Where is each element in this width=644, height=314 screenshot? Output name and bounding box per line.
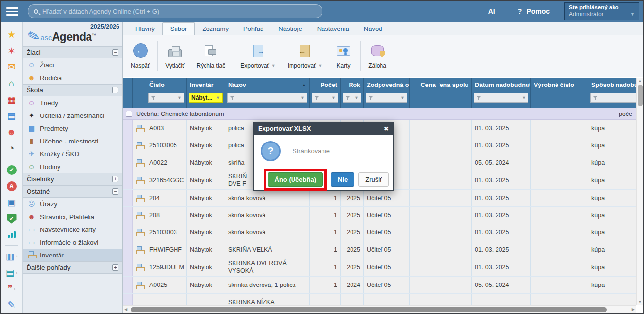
table-row[interactable]: 1259JDUEMNábytokSKRINKA DVEROVÁ VYSOKÁ12… (123, 258, 636, 277)
school-house-icon[interactable]: ⌂ (1, 75, 22, 91)
timetable-grid-icon[interactable]: ▦ (1, 91, 22, 108)
r-chla-tla-button[interactable]: Rýchla tlač (191, 41, 232, 71)
sidebar-section-ostatn[interactable]: Ostatné− (23, 185, 122, 198)
table-row[interactable]: A0025Nábytokskrinka dverová, 1 polica120… (123, 277, 636, 294)
column-header-v-robn-slo[interactable]: Výrobné číslo (531, 78, 588, 90)
filter-po-et[interactable]: ▼ (312, 93, 338, 103)
filter-d-tum-nadobudnutia[interactable]: ▼ (474, 93, 528, 103)
table-row[interactable]: 204Nábytokskriňa kovová12025Učiteľ 0501.… (123, 190, 636, 207)
sidebar-section-seln-ky[interactable]: Číselníky+ (23, 173, 122, 185)
search-input[interactable] (42, 8, 316, 15)
tab-n-stroje[interactable]: Nástroje (271, 23, 309, 35)
collapse-group-icon[interactable]: − (126, 111, 132, 117)
calendar-clock-icon[interactable]: ◔ (1, 140, 22, 156)
karty-button[interactable]: Karty (328, 41, 359, 71)
close-icon[interactable]: ✖ (384, 125, 389, 132)
filter-slo[interactable]: ▼ (148, 93, 184, 103)
grades-a-icon[interactable]: A (1, 178, 22, 194)
column-header-zodpovedn-osoba[interactable]: Zodpovedná osoba (364, 78, 409, 90)
sidebar-section-iaci[interactable]: Žiaci− (23, 46, 122, 58)
sidebar-item-inform-cie-o-iakovi[interactable]: ▭Informácie o žiakovi (23, 236, 122, 249)
scroll-left-icon[interactable]: ◀ (124, 307, 127, 312)
statistics-bars-icon[interactable] (1, 227, 22, 243)
horizontal-scrollbar[interactable]: ◀ ▶ (123, 305, 636, 313)
tab-nastavenia[interactable]: Nastavenia (310, 23, 356, 35)
help-button[interactable]: ? Pomoc (518, 7, 550, 15)
filter-sp-sob-nadobudnutia[interactable]: ▼ (590, 93, 636, 103)
column-header-invent-r[interactable]: Inventár (187, 78, 225, 90)
chevron-down-icon: ▼ (318, 63, 322, 68)
nie-button[interactable]: Nie (331, 172, 354, 187)
ai-button[interactable]: AI (488, 7, 495, 15)
sidebar-item-invent-r[interactable]: Inventár (23, 249, 122, 261)
sidebar-item-stravn-ci-platitelia[interactable]: ☻Stravníci, Platitelia (23, 210, 122, 223)
favorites-star-icon[interactable]: ★ (1, 27, 22, 43)
expand-icon[interactable]: + (112, 176, 118, 182)
no-u-eb-a-button[interactable]: Áno (Učebňa) (268, 172, 323, 187)
sidebar-item-n-v-tevn-cke-karty[interactable]: ▭Návštevnícke karty (23, 223, 122, 236)
vertical-scrollbar[interactable]: ▲ ▼ (636, 78, 643, 305)
attendance-check-icon[interactable]: ✔ (1, 162, 22, 178)
filter-zodpovedn-osoba[interactable]: ▼ (366, 93, 407, 103)
tab-poh-ad[interactable]: Pohľad (236, 23, 271, 35)
collapse-icon[interactable]: − (112, 49, 118, 56)
tab-s-bor[interactable]: Súbor (162, 22, 195, 35)
column-header-cena-spolu[interactable]: Cena spolu (439, 78, 471, 90)
scroll-up-icon[interactable]: ▲ (638, 79, 642, 83)
table-row[interactable]: 25103003Nábytokskriňa kovová12025Učiteľ … (123, 224, 636, 241)
chat-bubbles-icon[interactable]: ❞› (1, 281, 22, 297)
sidebar-section-al-ie-poh-ady[interactable]: Ďalšie pohľady+ (23, 261, 122, 274)
logged-in-user-menu[interactable]: Ste prihlásený ako Administrátor ▼ (564, 2, 639, 20)
column-header-sp-sob-nadobudnutia[interactable]: Spôsob nadobudnutia (588, 78, 636, 90)
column-header-d-tum-nadobudnutia[interactable]: Dátum nadobudnutia (472, 78, 530, 90)
column-header-cena[interactable]: Cena (410, 78, 439, 90)
vertical-scroll-thumb[interactable] (638, 85, 643, 106)
sidebar-item-predmety[interactable]: ▤Predmety (23, 122, 122, 135)
library-book-icon[interactable]: ▥› (1, 248, 22, 264)
sidebar-item-u-ebne-miestnosti[interactable]: ▮Učebne - miestnosti (23, 135, 122, 147)
sidebar-item-razy[interactable]: ☹Úrazy (23, 198, 122, 210)
tab-zoznamy[interactable]: Zoznamy (195, 23, 235, 35)
wizard-wand-icon[interactable]: ✶ (1, 43, 22, 59)
tab-n-vod[interactable]: Návod (356, 23, 390, 35)
importova-button[interactable]: Importovať▼ (282, 41, 328, 71)
sidebar-item-iaci[interactable]: ☺Žiaci (23, 58, 122, 71)
global-search[interactable] (28, 4, 322, 18)
filter-invent-r[interactable]: Nábyt...▼ (189, 93, 223, 103)
shield-check-icon[interactable]: ✔ (1, 210, 22, 227)
column-header-po-et[interactable]: Počet (310, 78, 340, 90)
table-row[interactable]: 208Nábytokskriňa kovová12025Učiteľ 0501.… (123, 207, 636, 224)
filter-rok[interactable]: ▼ (343, 93, 361, 103)
exportova-button[interactable]: Exportovať▼ (234, 41, 281, 71)
table-row[interactable]: SKRINKA NÍZKA (123, 294, 636, 305)
scroll-right-icon[interactable]: ▶ (632, 307, 635, 312)
sidebar-section-kola[interactable]: Škola− (23, 84, 122, 96)
tab-hlavn[interactable]: Hlavný (128, 23, 162, 35)
expand-icon[interactable]: + (112, 264, 118, 271)
vytla-i-button[interactable]: Vytlačiť (159, 41, 190, 71)
collapse-icon[interactable]: − (112, 188, 118, 195)
filter-n-zov[interactable]: ▼ (227, 93, 307, 103)
column-header-n-zov[interactable]: Názov▲ (225, 78, 309, 90)
column-header-rok[interactable]: Rok (341, 78, 363, 90)
horizontal-scroll-thumb[interactable] (131, 307, 607, 312)
sidebar-item-kr-ky-kd[interactable]: ✈Krúžky / ŠKD (23, 147, 122, 160)
briefcase-icon[interactable]: ▣ (1, 194, 22, 210)
table-row[interactable]: FHWIFGHFNábytokSKRIŇA VEĽKÁ12025Učiteľ 0… (123, 241, 636, 258)
sidebar-item-u-itelia-zamestnanci[interactable]: ✦Učitelia / zamestnanci (23, 109, 122, 122)
scroll-down-icon[interactable]: ▼ (638, 300, 642, 304)
collapse-icon[interactable]: − (112, 87, 118, 93)
sidebar-item-hodiny[interactable]: ☺Hodiny (23, 160, 122, 173)
nasp-button[interactable]: ←Naspäť (125, 41, 156, 71)
signature-pen-icon[interactable]: ✎ (1, 297, 22, 313)
sidebar-item-rodi-ia[interactable]: ☻Rodičia (23, 71, 122, 84)
zru-i-button[interactable]: Zrušiť (358, 172, 389, 187)
column-header-slo[interactable]: Číslo (146, 78, 186, 90)
documents-icon[interactable]: ▤› (1, 264, 22, 281)
hamburger-menu-icon[interactable] (1, 7, 24, 16)
substitutions-person-icon[interactable]: ☻ (1, 124, 22, 140)
sidebar-item-triedy[interactable]: ☺Triedy (23, 96, 122, 109)
messages-envelope-icon[interactable]: ✉ (1, 59, 22, 75)
gradebook-icon[interactable]: ▤ (1, 108, 22, 124)
z-loha-button[interactable]: Záloha (362, 41, 393, 71)
